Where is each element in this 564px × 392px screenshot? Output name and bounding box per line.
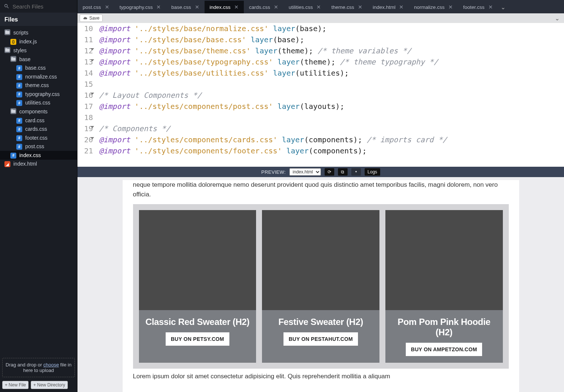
preview-dot-button[interactable]: • (351, 168, 361, 176)
editor-tab[interactable]: post.css✕ (77, 1, 115, 13)
file-label: base (19, 56, 30, 62)
editor-tab[interactable]: theme.css✕ (326, 1, 368, 13)
open-external-button[interactable]: ⧉ (338, 168, 348, 176)
code-line[interactable]: @import '../styles/base/base.css' layer(… (99, 34, 564, 45)
css-file-icon: # (16, 118, 22, 124)
preview-paragraph-bottom: Lorem ipsum dolor sit amet consectetur a… (133, 372, 509, 381)
close-icon[interactable]: ✕ (488, 4, 493, 10)
editor-tab[interactable]: normalize.css✕ (409, 0, 458, 13)
editor-tab[interactable]: typography.css✕ (115, 1, 166, 13)
card-image (139, 210, 256, 310)
css-file-icon: # (16, 126, 22, 132)
close-icon[interactable]: ✕ (156, 4, 161, 10)
new-file-button[interactable]: + New File (2, 381, 29, 389)
file-label: post.css (25, 143, 44, 149)
close-icon[interactable]: ✕ (358, 4, 362, 10)
code-line[interactable] (99, 79, 564, 90)
file-item[interactable]: #utilities.css (0, 99, 77, 107)
line-number: 13 (77, 56, 93, 67)
new-directory-button[interactable]: + New Directory (31, 381, 68, 389)
tab-label: footer.css (463, 4, 485, 10)
code-line[interactable]: @import '../styles/base/normalize.css' l… (99, 23, 564, 34)
folder-item[interactable]: styles (0, 46, 77, 55)
fold-icon[interactable] (90, 93, 94, 95)
code-line[interactable]: /* Components */ (99, 123, 564, 134)
file-item[interactable]: #post.css (0, 142, 77, 151)
editor-tab[interactable]: base.css✕ (166, 1, 204, 13)
buy-button[interactable]: BUY ON PETSY.COM (166, 332, 229, 346)
code-line[interactable]: @import '../styles/components/footer.css… (99, 145, 564, 156)
html-file-icon: ◢ (4, 161, 10, 167)
file-item[interactable]: ()index.js (0, 37, 77, 46)
file-item[interactable]: #card.css (0, 116, 77, 125)
editor-tab[interactable]: index.css✕ (205, 0, 244, 13)
line-number: 15 (77, 79, 93, 90)
js-file-icon: () (10, 39, 16, 45)
tabs-overflow-icon[interactable]: ⌄ (498, 1, 508, 13)
code-editor[interactable]: 101112131415161718192021 @import '../sty… (77, 23, 564, 167)
close-icon[interactable]: ✕ (274, 4, 278, 10)
close-icon[interactable]: ✕ (234, 4, 239, 10)
file-item[interactable]: #index.css (0, 151, 77, 160)
buy-button[interactable]: BUY ON PESTAHUT.COM (283, 332, 358, 346)
fold-icon[interactable] (90, 126, 94, 128)
file-item[interactable]: #footer.css (0, 133, 77, 142)
tab-label: utilities.css (289, 4, 313, 10)
file-label: card.css (25, 117, 44, 123)
drop-zone[interactable]: Drag and drop or choose file in here to … (2, 358, 75, 377)
tab-label: normalize.css (414, 4, 445, 10)
code-line[interactable]: @import '../styles/base/utilities.css' l… (99, 67, 564, 79)
editor-tab[interactable]: cards.css✕ (244, 1, 283, 13)
folder-item[interactable]: base (0, 55, 77, 64)
toolbar-more-icon[interactable]: ⌄ (553, 15, 562, 22)
editor-toolbar: Save ⌄ (77, 13, 564, 23)
search-input[interactable] (13, 3, 73, 10)
file-label: utilities.css (25, 100, 50, 106)
file-label: components (19, 109, 47, 114)
file-item[interactable]: ◢index.html (0, 160, 77, 169)
close-icon[interactable]: ✕ (105, 4, 109, 10)
line-number: 21 (77, 145, 93, 156)
file-item[interactable]: #typography.css (0, 90, 77, 99)
file-item[interactable]: #theme.css (0, 81, 77, 90)
choose-file-link[interactable]: choose (43, 362, 59, 368)
editor-tab[interactable]: utilities.css✕ (283, 1, 326, 13)
tab-label: index.html (373, 4, 396, 10)
fold-icon[interactable] (90, 137, 94, 139)
editor-tab[interactable]: index.html✕ (368, 0, 409, 13)
close-icon[interactable]: ✕ (316, 4, 321, 10)
css-file-icon: # (16, 83, 22, 89)
css-file-icon: # (10, 153, 16, 159)
folder-icon (10, 108, 16, 114)
code-line[interactable]: @import '../styles/base/typography.css' … (99, 56, 564, 67)
file-label: cards.css (25, 126, 47, 132)
preview-pane[interactable]: neque tempore mollitia doloremque nemo d… (77, 177, 564, 392)
editor-tab[interactable]: footer.css✕ (458, 1, 498, 13)
close-icon[interactable]: ✕ (448, 4, 453, 10)
close-icon[interactable]: ✕ (399, 4, 404, 10)
logs-button[interactable]: Logs (365, 168, 380, 176)
code-line[interactable] (99, 112, 564, 123)
file-item[interactable]: #cards.css (0, 125, 77, 134)
refresh-button[interactable]: ⟳ (325, 168, 334, 176)
code-line[interactable]: /* Layout Components */ (99, 90, 564, 101)
product-card: Pom Pom Pink Hoodie (H2) BUY ON AMPETZON… (385, 210, 503, 363)
folder-item[interactable]: scripts (0, 28, 77, 37)
file-tree: scripts()index.jsstylesbase#base.css#nor… (0, 26, 77, 355)
code-line[interactable]: @import '../styles/components/post.css' … (99, 101, 564, 112)
save-button[interactable]: Save (80, 14, 103, 22)
fold-icon[interactable] (90, 59, 94, 62)
folder-item[interactable]: components (0, 107, 77, 116)
fold-icon[interactable] (90, 48, 94, 50)
file-item[interactable]: #base.css (0, 64, 77, 73)
line-number: 12 (77, 45, 93, 56)
code-line[interactable]: @import '../styles/components/cards.css'… (99, 134, 564, 145)
buy-button[interactable]: BUY ON AMPETZON.COM (406, 343, 482, 356)
code-line[interactable]: @import '../styles/base/theme.css' layer… (99, 45, 564, 56)
preview-file-select[interactable]: index.html (289, 168, 321, 176)
main-pane: post.css✕typography.css✕base.css✕index.c… (77, 0, 564, 392)
file-item[interactable]: #normalize.css (0, 72, 77, 81)
search-bar (0, 0, 77, 13)
close-icon[interactable]: ✕ (195, 4, 199, 10)
search-icon (4, 3, 10, 10)
